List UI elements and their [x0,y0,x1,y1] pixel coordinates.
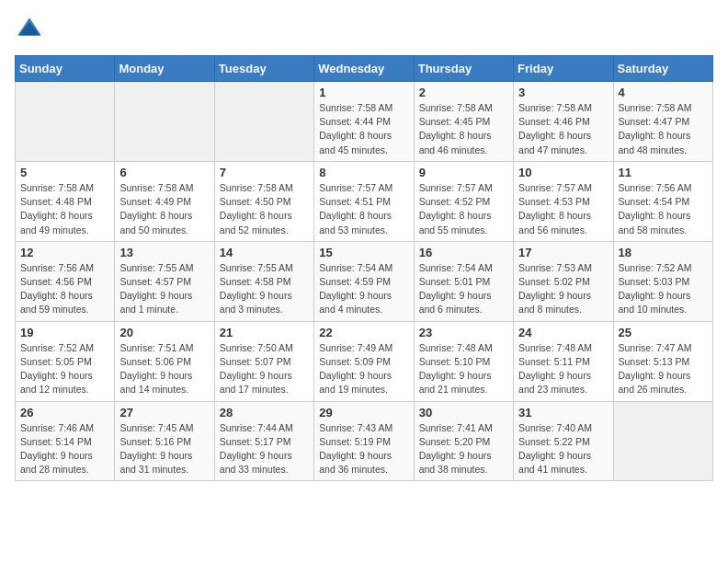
calendar-cell: 23Sunrise: 7:48 AMSunset: 5:10 PMDayligh… [414,321,513,401]
day-number: 30 [419,406,508,419]
day-number: 2 [419,86,508,99]
day-number: 18 [619,246,708,259]
day-number: 10 [518,166,608,179]
cell-info: Sunrise: 7:57 AMSunset: 4:53 PMDaylight:… [518,181,608,237]
cell-info: Sunrise: 7:58 AMSunset: 4:50 PMDaylight:… [220,181,309,237]
day-number: 27 [119,406,209,419]
day-number: 17 [518,246,608,259]
calendar-cell: 28Sunrise: 7:44 AMSunset: 5:17 PMDayligh… [214,401,313,481]
day-number: 24 [518,326,608,339]
day-number: 26 [20,406,109,419]
day-number: 29 [319,406,408,419]
logo [15,15,48,44]
cell-info: Sunrise: 7:56 AMSunset: 4:54 PMDaylight:… [619,181,708,237]
cell-info: Sunrise: 7:52 AMSunset: 5:03 PMDaylight:… [619,261,708,317]
calendar-cell: 17Sunrise: 7:53 AMSunset: 5:02 PMDayligh… [514,241,613,321]
day-number: 21 [220,326,309,339]
calendar-table: SundayMondayTuesdayWednesdayThursdayFrid… [15,55,713,481]
day-header-wednesday: Wednesday [314,56,414,82]
day-number: 31 [518,406,608,419]
cell-info: Sunrise: 7:43 AMSunset: 5:19 PMDaylight:… [319,421,408,477]
cell-info: Sunrise: 7:58 AMSunset: 4:48 PMDaylight:… [20,181,109,237]
calendar-cell [613,401,712,481]
day-number: 11 [619,166,708,179]
day-number: 7 [220,166,309,179]
calendar-cell: 1Sunrise: 7:58 AMSunset: 4:44 PMDaylight… [314,82,414,162]
day-number: 13 [119,246,209,259]
calendar-cell: 11Sunrise: 7:56 AMSunset: 4:54 PMDayligh… [613,161,712,241]
cell-info: Sunrise: 7:57 AMSunset: 4:52 PMDaylight:… [419,181,508,237]
calendar-cell [115,82,214,162]
calendar-cell: 31Sunrise: 7:40 AMSunset: 5:22 PMDayligh… [514,401,613,481]
day-header-tuesday: Tuesday [214,56,313,82]
calendar-cell: 14Sunrise: 7:55 AMSunset: 4:58 PMDayligh… [214,241,313,321]
calendar-cell: 13Sunrise: 7:55 AMSunset: 4:57 PMDayligh… [115,241,214,321]
calendar-cell: 29Sunrise: 7:43 AMSunset: 5:19 PMDayligh… [314,401,414,481]
cell-info: Sunrise: 7:50 AMSunset: 5:07 PMDaylight:… [220,341,309,397]
calendar-cell: 30Sunrise: 7:41 AMSunset: 5:20 PMDayligh… [414,401,513,481]
cell-info: Sunrise: 7:54 AMSunset: 5:01 PMDaylight:… [419,261,508,317]
calendar-cell [214,82,313,162]
calendar-week-row: 26Sunrise: 7:46 AMSunset: 5:14 PMDayligh… [16,401,713,481]
calendar-cell: 26Sunrise: 7:46 AMSunset: 5:14 PMDayligh… [16,401,115,481]
calendar-cell: 22Sunrise: 7:49 AMSunset: 5:09 PMDayligh… [314,321,414,401]
cell-info: Sunrise: 7:53 AMSunset: 5:02 PMDaylight:… [518,261,608,317]
cell-info: Sunrise: 7:40 AMSunset: 5:22 PMDaylight:… [518,421,608,477]
calendar-week-row: 19Sunrise: 7:52 AMSunset: 5:05 PMDayligh… [16,321,713,401]
cell-info: Sunrise: 7:55 AMSunset: 4:57 PMDaylight:… [119,261,209,317]
day-header-monday: Monday [115,56,214,82]
cell-info: Sunrise: 7:58 AMSunset: 4:46 PMDaylight:… [518,101,608,157]
cell-info: Sunrise: 7:58 AMSunset: 4:44 PMDaylight:… [319,101,408,157]
calendar-cell: 21Sunrise: 7:50 AMSunset: 5:07 PMDayligh… [214,321,313,401]
calendar-cell: 19Sunrise: 7:52 AMSunset: 5:05 PMDayligh… [16,321,115,401]
calendar-cell: 18Sunrise: 7:52 AMSunset: 5:03 PMDayligh… [613,241,712,321]
cell-info: Sunrise: 7:55 AMSunset: 4:58 PMDaylight:… [220,261,309,317]
calendar-header-row: SundayMondayTuesdayWednesdayThursdayFrid… [16,56,713,82]
calendar-cell: 24Sunrise: 7:48 AMSunset: 5:11 PMDayligh… [514,321,613,401]
calendar-cell: 16Sunrise: 7:54 AMSunset: 5:01 PMDayligh… [414,241,513,321]
calendar-cell: 25Sunrise: 7:47 AMSunset: 5:13 PMDayligh… [613,321,712,401]
cell-info: Sunrise: 7:58 AMSunset: 4:49 PMDaylight:… [119,181,209,237]
day-number: 15 [319,246,408,259]
day-number: 23 [419,326,508,339]
day-number: 12 [20,246,109,259]
calendar-cell: 3Sunrise: 7:58 AMSunset: 4:46 PMDaylight… [514,82,613,162]
cell-info: Sunrise: 7:41 AMSunset: 5:20 PMDaylight:… [419,421,508,477]
cell-info: Sunrise: 7:46 AMSunset: 5:14 PMDaylight:… [20,421,109,477]
day-number: 22 [319,326,408,339]
cell-info: Sunrise: 7:47 AMSunset: 5:13 PMDaylight:… [619,341,708,397]
calendar-cell: 2Sunrise: 7:58 AMSunset: 4:45 PMDaylight… [414,82,513,162]
cell-info: Sunrise: 7:54 AMSunset: 4:59 PMDaylight:… [319,261,408,317]
day-number: 19 [20,326,109,339]
day-header-friday: Friday [514,56,613,82]
calendar-cell: 5Sunrise: 7:58 AMSunset: 4:48 PMDaylight… [16,161,115,241]
calendar-cell: 4Sunrise: 7:58 AMSunset: 4:47 PMDaylight… [613,82,712,162]
calendar-cell: 7Sunrise: 7:58 AMSunset: 4:50 PMDaylight… [214,161,313,241]
cell-info: Sunrise: 7:44 AMSunset: 5:17 PMDaylight:… [220,421,309,477]
cell-info: Sunrise: 7:48 AMSunset: 5:10 PMDaylight:… [419,341,508,397]
cell-info: Sunrise: 7:48 AMSunset: 5:11 PMDaylight:… [518,341,608,397]
header [15,15,713,44]
calendar-cell: 9Sunrise: 7:57 AMSunset: 4:52 PMDaylight… [414,161,513,241]
day-number: 3 [518,86,608,99]
day-number: 4 [619,86,708,99]
cell-info: Sunrise: 7:51 AMSunset: 5:06 PMDaylight:… [119,341,209,397]
cell-info: Sunrise: 7:45 AMSunset: 5:16 PMDaylight:… [119,421,209,477]
calendar-cell: 8Sunrise: 7:57 AMSunset: 4:51 PMDaylight… [314,161,414,241]
calendar-week-row: 5Sunrise: 7:58 AMSunset: 4:48 PMDaylight… [16,161,713,241]
cell-info: Sunrise: 7:49 AMSunset: 5:09 PMDaylight:… [319,341,408,397]
calendar-week-row: 12Sunrise: 7:56 AMSunset: 4:56 PMDayligh… [16,241,713,321]
day-number: 20 [119,326,209,339]
day-number: 6 [119,166,209,179]
cell-info: Sunrise: 7:57 AMSunset: 4:51 PMDaylight:… [319,181,408,237]
day-number: 14 [220,246,309,259]
day-header-saturday: Saturday [613,56,712,82]
cell-info: Sunrise: 7:52 AMSunset: 5:05 PMDaylight:… [20,341,109,397]
cell-info: Sunrise: 7:58 AMSunset: 4:45 PMDaylight:… [419,101,508,157]
calendar-cell: 12Sunrise: 7:56 AMSunset: 4:56 PMDayligh… [16,241,115,321]
day-header-thursday: Thursday [414,56,513,82]
calendar-cell: 10Sunrise: 7:57 AMSunset: 4:53 PMDayligh… [514,161,613,241]
calendar-cell [16,82,115,162]
day-number: 5 [20,166,109,179]
calendar-cell: 15Sunrise: 7:54 AMSunset: 4:59 PMDayligh… [314,241,414,321]
